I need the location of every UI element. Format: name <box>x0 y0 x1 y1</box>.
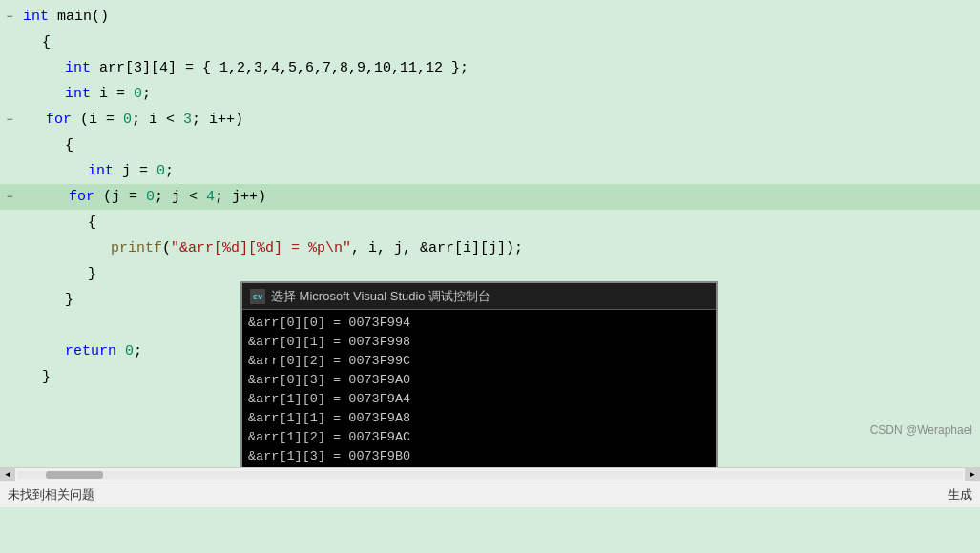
console-popup: cv 选择 Microsoft Visual Studio 调试控制台 &arr… <box>240 281 718 467</box>
code-line: int j = 0; <box>0 158 980 184</box>
console-output-line: &arr[1][1] = 0073F9A8 <box>248 409 710 428</box>
code-text: printf("&arr[%d][%d] = %p\n", i, j, &arr… <box>19 236 523 261</box>
status-bottom-text: 生成 <box>948 486 972 503</box>
console-output-line: &arr[0][2] = 0073F99C <box>248 352 710 371</box>
fold-gutter[interactable]: − <box>0 10 19 24</box>
code-text: int arr[3][4] = { 1,2,3,4,5,6,7,8,9,10,1… <box>19 55 469 81</box>
code-text: for (i = 0; i < 3; i++) <box>19 107 243 133</box>
code-line: printf("&arr[%d][%d] = %p\n", i, j, &arr… <box>0 236 980 261</box>
code-line: int arr[3][4] = { 1,2,3,4,5,6,7,8,9,10,1… <box>0 55 980 81</box>
code-text <box>19 313 31 338</box>
code-text: } <box>19 287 73 313</box>
code-text: int i = 0; <box>19 81 151 107</box>
editor-area: − int main() { int arr[3][4] = { 1,2,3,4… <box>0 0 980 467</box>
code-text: for (j = 0; j < 4; j++) <box>19 184 266 210</box>
code-text: { <box>19 133 73 158</box>
console-output-line: &arr[1][0] = 0073F9A4 <box>248 390 710 409</box>
console-output-line: &arr[1][3] = 0073F9B0 <box>248 447 710 466</box>
console-title-text: 选择 Microsoft Visual Studio 调试控制台 <box>271 288 490 305</box>
scroll-thumb[interactable] <box>46 471 103 479</box>
console-output-line: &arr[0][3] = 0073F9A0 <box>248 371 710 390</box>
fold-gutter[interactable]: − <box>0 113 19 127</box>
scroll-left-button[interactable]: ◀ <box>0 468 15 481</box>
console-output-line: &arr[1][2] = 0073F9AC <box>248 428 710 447</box>
console-content: &arr[0][0] = 0073F994 &arr[0][1] = 0073F… <box>242 310 716 467</box>
console-output-line: &arr[0][1] = 0073F998 <box>248 333 710 352</box>
code-text: int main() <box>19 4 109 30</box>
console-output-line: &arr[0][0] = 0073F994 <box>248 314 710 333</box>
code-line: − for (i = 0; i < 3; i++) <box>0 107 980 133</box>
scrollbar-horizontal[interactable]: ◀ ▶ <box>0 467 980 481</box>
code-line: { <box>0 133 980 158</box>
code-text: { <box>19 30 51 55</box>
console-icon: cv <box>250 289 265 304</box>
code-line: − int main() <box>0 4 980 30</box>
code-text: } <box>19 364 51 390</box>
code-line: int i = 0; <box>0 81 980 107</box>
code-text: return 0; <box>19 338 142 364</box>
code-text: { <box>19 210 96 236</box>
console-title-bar[interactable]: cv 选择 Microsoft Visual Studio 调试控制台 <box>242 283 716 310</box>
code-line-active: − for (j = 0; j < 4; j++) <box>0 184 980 210</box>
csdn-watermark: CSDN @Weraphael <box>870 423 972 437</box>
scroll-track[interactable] <box>17 471 963 479</box>
fold-gutter[interactable]: − <box>0 191 19 204</box>
status-text: 未找到相关问题 <box>8 486 94 503</box>
status-bar: 未找到相关问题 生成 <box>0 481 980 507</box>
code-text: int j = 0; <box>19 158 174 184</box>
code-line: { <box>0 30 980 55</box>
console-output-line: &arr[2][0] = 0073F9B4 <box>248 466 710 467</box>
scroll-right-button[interactable]: ▶ <box>965 468 980 481</box>
code-line: { <box>0 210 980 236</box>
code-text: } <box>19 261 96 287</box>
